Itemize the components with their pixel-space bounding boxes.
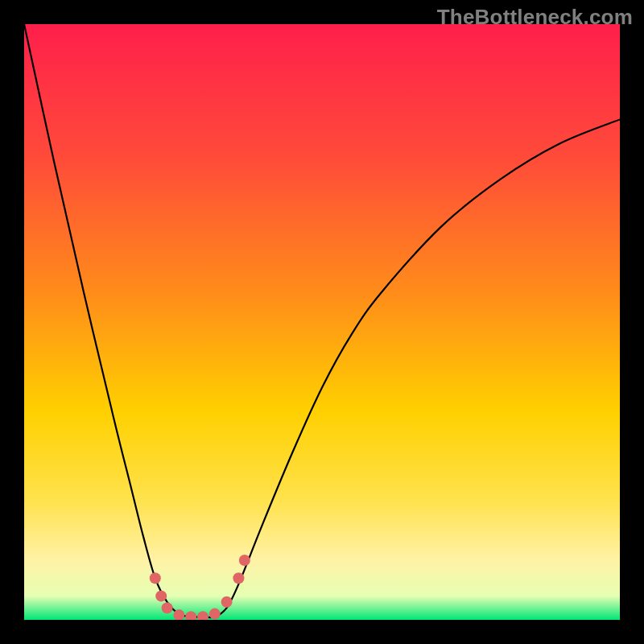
curve-marker: [155, 590, 167, 601]
curve-marker: [239, 555, 250, 566]
curve-marker: [221, 597, 233, 608]
curve-marker: [162, 602, 173, 613]
watermark-text: TheBottleneck.com: [437, 5, 633, 30]
gradient-background: [24, 24, 620, 620]
curve-marker: [150, 572, 161, 584]
chart-plot-area: [24, 24, 620, 620]
chart-frame: TheBottleneck.com: [0, 0, 644, 644]
curve-marker: [233, 572, 244, 584]
chart-svg: [24, 24, 620, 620]
curve-marker: [209, 609, 221, 620]
